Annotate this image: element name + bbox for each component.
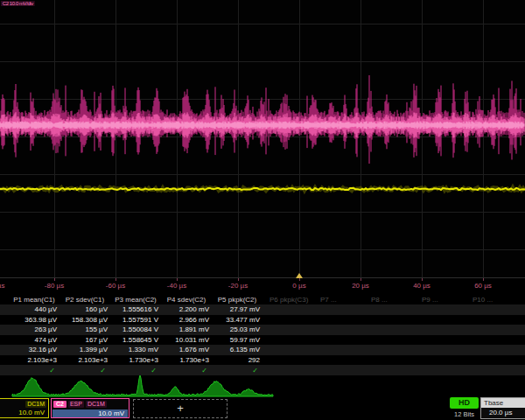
- measure-num: 292: [212, 356, 262, 364]
- measure-value: 1.555616 V: [110, 305, 161, 313]
- timebase-title: Tbase: [481, 398, 525, 408]
- measure-header-p4[interactable]: P4 sdev(C2): [161, 296, 212, 304]
- measure-max: 59.97 mV: [212, 336, 262, 344]
- measure-mean: 363.98 µV: [9, 316, 60, 324]
- c1-scale-value: 10.0 mV: [0, 409, 48, 417]
- measure-min: 25.03 mV: [212, 326, 262, 333]
- measure-sdev: 6.135 mV: [212, 346, 262, 354]
- channel-c2-descriptor[interactable]: C2 ESP DC1M 10.0 mV: [51, 398, 130, 418]
- status-check-icon: ✓: [161, 367, 212, 374]
- add-trace-button[interactable]: +: [133, 399, 228, 418]
- measure-min: 1.891 mV: [161, 326, 212, 333]
- measurement-row-max: 474 µV 167 µV 1.558645 V 10.031 mV 59.97…: [0, 335, 525, 346]
- measure-num: 1.730e+3: [110, 356, 161, 364]
- trace-annotation: C2 10.0 mV/div: [1, 1, 35, 6]
- measure-max: 167 µV: [60, 336, 110, 344]
- measurement-row-min: 263 µV 155 µV 1.550084 V 1.891 mV 25.03 …: [0, 325, 525, 335]
- measure-value: 27.97 mV: [212, 305, 262, 313]
- measure-mean: 33.477 mV: [212, 316, 262, 324]
- measure-max: 1.558645 V: [110, 336, 161, 344]
- status-check-icon: ✓: [212, 367, 262, 374]
- measure-value: 440 µV: [9, 305, 60, 313]
- measurement-table: P1 mean(C1) P2 sdev(C1) P3 mean(C2) P4 s…: [0, 294, 525, 375]
- plus-icon: +: [177, 402, 184, 415]
- measure-sdev: 32.16 µV: [9, 346, 60, 354]
- measure-header-p9[interactable]: P9 ...: [415, 296, 466, 304]
- measure-header-p8[interactable]: P8 ...: [364, 296, 415, 304]
- measure-header-p2[interactable]: P2 sdev(C1): [60, 296, 110, 304]
- measure-max: 474 µV: [9, 336, 60, 344]
- c1-coupling-tag: DC1M: [25, 401, 46, 408]
- oscilloscope-screen: C2 10.0 mV/div -100 µs -80 µs -60 µs -40…: [0, 0, 525, 420]
- time-axis-label: -40 µs: [150, 282, 203, 290]
- measure-value: 160 µV: [60, 305, 110, 313]
- measure-header-p6[interactable]: P6 pkpk(C3): [262, 296, 313, 304]
- measurement-row-sdev: 32.16 µV 1.399 µV 1.330 mV 1.676 mV 6.13…: [0, 345, 525, 355]
- measurement-row-status: ✓ ✓ ✓ ✓ ✓: [0, 365, 525, 375]
- measure-max: 10.031 mV: [161, 336, 212, 344]
- measure-num: 2.103e+3: [60, 356, 110, 364]
- measure-sdev: 1.399 µV: [60, 346, 110, 354]
- channel-c1-descriptor[interactable]: C1 DC1M 10.0 mV: [0, 398, 49, 418]
- measurement-row-value: 440 µV 160 µV 1.555616 V 2.200 mV 27.97 …: [0, 304, 525, 315]
- measure-num: 2.103e+3: [9, 356, 60, 364]
- measure-min: 155 µV: [60, 326, 110, 333]
- timebase-value: 20.0 µs: [481, 408, 525, 418]
- measure-header-p5[interactable]: P5 pkpk(C2): [212, 296, 262, 304]
- measure-header-p1[interactable]: P1 mean(C1): [9, 296, 60, 304]
- time-axis-label: -100 µs: [0, 282, 19, 290]
- time-axis-label: -20 µs: [212, 282, 264, 290]
- measurement-header-row: P1 mean(C1) P2 sdev(C1) P3 mean(C2) P4 s…: [0, 294, 525, 304]
- measure-min: 263 µV: [9, 326, 60, 333]
- measure-num: 1.730e+3: [161, 356, 212, 364]
- measurement-row-num: 2.103e+3 2.103e+3 1.730e+3 1.730e+3 292: [0, 355, 525, 366]
- measure-value: 2.200 mV: [161, 305, 212, 313]
- measure-mean: 1.557591 V: [110, 316, 161, 324]
- time-axis-label: 20 µs: [334, 282, 387, 290]
- measure-min: 1.550084 V: [110, 326, 161, 333]
- c2-coupling-tag: DC1M: [86, 401, 107, 408]
- time-axis: -100 µs -80 µs -60 µs -40 µs -20 µs 0 µs…: [0, 278, 525, 293]
- measure-mean: 158.308 µV: [60, 316, 110, 324]
- measure-sdev: 1.330 mV: [110, 346, 161, 354]
- resolution-bits-label: 12 Bits: [446, 410, 482, 418]
- hd-mode-badge[interactable]: HD: [450, 397, 479, 409]
- measure-header-p7[interactable]: P7 ...: [313, 296, 364, 304]
- measure-mean: 2.966 mV: [161, 316, 212, 324]
- status-check-icon: ✓: [60, 367, 110, 374]
- timebase-descriptor[interactable]: Tbase 20.0 µs: [480, 397, 525, 419]
- c2-esp-tag: ESP: [68, 401, 84, 408]
- c2-scale-value: 10.0 mV: [52, 410, 128, 417]
- time-axis-label: -80 µs: [28, 282, 80, 290]
- measurement-row-mean: 363.98 µV 158.308 µV 1.557591 V 2.966 mV…: [0, 315, 525, 326]
- c2-badge: C2: [53, 401, 66, 408]
- time-axis-label: 60 µs: [457, 282, 509, 290]
- time-axis-label: 0 µs: [273, 282, 326, 290]
- status-check-icon: ✓: [9, 367, 60, 374]
- time-axis-label: -60 µs: [89, 282, 142, 290]
- measure-header-p3[interactable]: P3 mean(C2): [110, 296, 161, 304]
- measure-sdev: 1.676 mV: [161, 346, 212, 354]
- measure-header-p10[interactable]: P10 ...: [466, 296, 516, 304]
- status-check-icon: ✓: [110, 367, 161, 374]
- time-axis-label: 40 µs: [396, 282, 448, 290]
